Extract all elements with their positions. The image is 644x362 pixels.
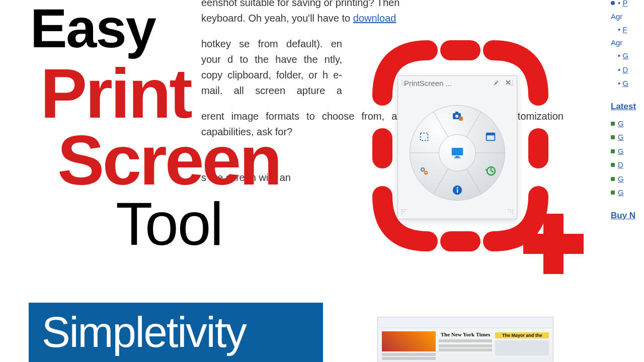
svg-point-10 (404, 82, 405, 83)
svg-point-16 (510, 82, 511, 83)
resize-grip-icon (401, 209, 408, 216)
resize-grip-icon (507, 209, 514, 216)
history-icon[interactable] (484, 164, 497, 177)
svg-point-15 (510, 84, 511, 85)
region-icon[interactable] (418, 130, 431, 143)
svg-point-27 (510, 209, 511, 210)
brand-banner: Simpletivity (29, 303, 323, 362)
pin-icon[interactable] (493, 79, 500, 87)
svg-point-14 (512, 80, 513, 81)
sidebar-item[interactable]: G (611, 188, 644, 198)
svg-point-8 (401, 80, 403, 81)
svg-point-39 (457, 187, 458, 189)
svg-point-43 (425, 172, 427, 174)
svg-rect-31 (455, 112, 458, 114)
printscreen-popup: PrintScreen ... (397, 75, 517, 219)
title-line-1: Easy (30, 0, 280, 60)
svg-point-25 (512, 211, 513, 212)
radial-menu (410, 105, 505, 201)
svg-rect-45 (452, 148, 463, 155)
svg-point-20 (401, 213, 403, 214)
svg-point-18 (401, 209, 403, 210)
sidebar-item[interactable]: D (611, 160, 644, 170)
svg-point-22 (404, 211, 405, 212)
svg-rect-46 (455, 156, 459, 158)
title-line-4: Tool (116, 194, 280, 254)
title-line-2: Print (40, 60, 280, 127)
brand-name: Simpletivity (42, 308, 246, 357)
svg-rect-44 (421, 133, 428, 141)
svg-point-6 (401, 84, 403, 85)
sidebar-item[interactable]: • G (611, 78, 644, 88)
sidebar-item[interactable]: G (611, 119, 644, 129)
svg-point-29 (508, 209, 509, 210)
svg-point-28 (510, 211, 511, 212)
svg-point-26 (512, 213, 513, 214)
svg-point-7 (401, 82, 403, 83)
editor-thumbnail: The New York Times The Mayor and the (377, 317, 553, 362)
nyt-headline: The Mayor and the (495, 332, 549, 338)
sidebar: • P Agr • F Agr • G • D • G Latest G G G… (608, 0, 644, 362)
svg-point-11 (406, 84, 407, 85)
svg-rect-47 (454, 157, 461, 158)
sidebar-item[interactable]: • D (611, 65, 644, 75)
resize-grip-icon (507, 79, 514, 86)
info-icon[interactable] (451, 184, 464, 197)
camera-icon[interactable] (451, 109, 464, 122)
nyt-masthead: The New York Times (439, 331, 493, 337)
svg-point-41 (422, 169, 424, 171)
download-link[interactable]: download (353, 13, 396, 24)
monitor-icon (450, 145, 465, 160)
sidebar-item[interactable]: • P (611, 0, 644, 8)
sidebar-item[interactable]: G (611, 146, 644, 156)
svg-point-24 (512, 209, 513, 210)
svg-point-17 (508, 84, 509, 85)
svg-point-13 (512, 82, 513, 83)
center-button[interactable] (439, 134, 476, 171)
window-icon[interactable] (484, 130, 497, 143)
svg-point-19 (401, 211, 403, 212)
sidebar-section[interactable]: Buy N (611, 211, 644, 221)
thumbnail-title: Easy Print Screen Tool (30, 0, 280, 254)
sidebar-item[interactable]: • F (611, 25, 644, 35)
sidebar-section[interactable]: Latest (611, 102, 644, 112)
svg-point-21 (404, 209, 405, 210)
svg-point-23 (406, 209, 407, 210)
popup-title: PrintScreen ... (404, 79, 452, 87)
sidebar-item[interactable]: • G (611, 51, 644, 61)
svg-point-32 (455, 115, 458, 118)
svg-point-12 (512, 84, 513, 85)
sidebar-item[interactable]: G (611, 132, 644, 142)
title-line-3: Screen (57, 127, 280, 194)
svg-point-9 (404, 84, 405, 85)
sidebar-item[interactable]: G (611, 174, 644, 184)
svg-rect-33 (459, 117, 463, 121)
svg-rect-38 (457, 190, 458, 193)
gear-icon[interactable] (418, 164, 431, 177)
resize-grip-icon (401, 79, 408, 86)
svg-rect-35 (487, 133, 495, 136)
